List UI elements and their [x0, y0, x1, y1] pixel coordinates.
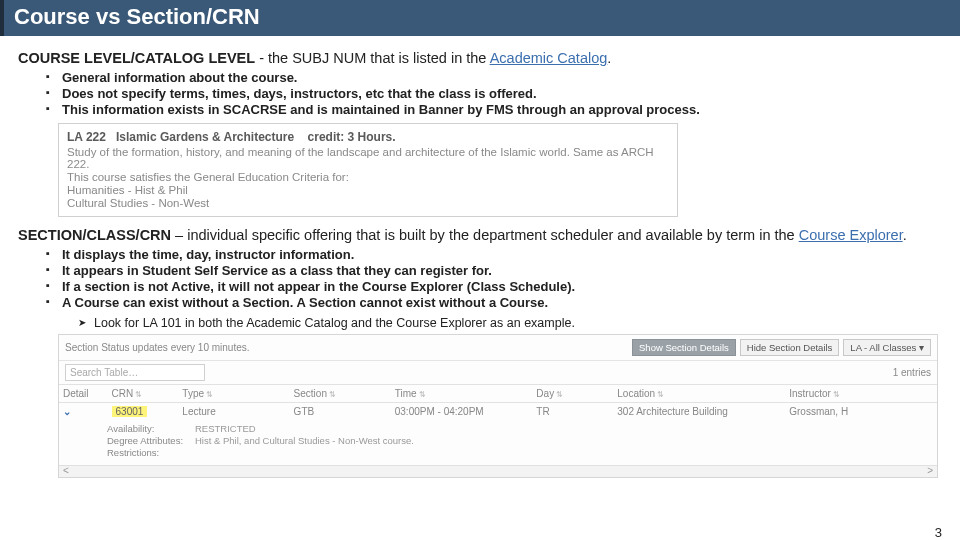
page-number: 3: [935, 525, 942, 540]
list-item: This information exists in SCACRSE and i…: [46, 102, 942, 117]
sort-icon: ⇅: [135, 390, 142, 399]
sort-icon: ⇅: [657, 390, 664, 399]
list-item: Does not specify terms, times, days, ins…: [46, 86, 942, 101]
explorer-status-text: Section Status updates every 10 minutes.: [65, 342, 250, 353]
course-level-lead: COURSE LEVEL/CATALOG LEVEL: [18, 50, 255, 66]
sort-icon: ⇅: [556, 390, 563, 399]
section-level-subnote: Look for LA 101 in both the Academic Cat…: [18, 316, 942, 330]
section-level-bullets: It displays the time, day, instructor in…: [18, 247, 942, 310]
catalog-course-code: LA 222: [67, 130, 106, 144]
sort-icon: ⇅: [329, 390, 336, 399]
time-value: 03:00PM - 04:20PM: [391, 403, 533, 421]
sort-icon: ⇅: [833, 390, 840, 399]
explorer-second-row: Search Table… 1 entries: [59, 361, 937, 384]
location-value: 302 Architecture Building: [613, 403, 785, 421]
table-header-row: Detail CRN⇅ Type⇅ Section⇅ Time⇅ Day⇅ Lo…: [59, 385, 937, 403]
course-explorer-link[interactable]: Course Explorer: [799, 227, 903, 243]
class-filter-dropdown[interactable]: LA - All Classes ▾: [843, 339, 931, 356]
section-level-heading: SECTION/CLASS/CRN – individual specific …: [18, 227, 942, 243]
section-level-trail-prefix: – individual specific offering that is b…: [171, 227, 799, 243]
degree-attr-value: Hist & Phil, and Cultural Studies - Non-…: [195, 435, 414, 446]
type-value: Lecture: [178, 403, 289, 421]
catalog-course-title: LA 222 Islamic Gardens & Architecture cr…: [67, 130, 669, 144]
explorer-top-row: Section Status updates every 10 minutes.…: [59, 335, 937, 361]
list-item: A Course can exist without a Section. A …: [46, 295, 942, 310]
catalog-gened-lead: This course satisfies the General Educat…: [67, 171, 669, 183]
degree-attr-label: Degree Attributes:: [107, 435, 195, 446]
section-level-trail-suffix: .: [903, 227, 907, 243]
availability-label: Availability:: [107, 423, 195, 434]
subnote-item: Look for LA 101 in both the Academic Cat…: [78, 316, 942, 330]
day-value: TR: [532, 403, 613, 421]
hide-section-details-button[interactable]: Hide Section Details: [740, 339, 840, 356]
course-level-heading: COURSE LEVEL/CATALOG LEVEL - the SUBJ NU…: [18, 50, 942, 66]
availability-value: RESTRICTED: [195, 423, 256, 434]
entries-count: 1 entries: [893, 367, 931, 378]
list-item: It displays the time, day, instructor in…: [46, 247, 942, 262]
chevron-down-icon[interactable]: ⌄: [63, 406, 71, 417]
course-level-trail-prefix: - the SUBJ NUM that is listed in the: [255, 50, 490, 66]
col-section[interactable]: Section⇅: [290, 385, 391, 403]
col-day[interactable]: Day⇅: [532, 385, 613, 403]
col-location[interactable]: Location⇅: [613, 385, 785, 403]
col-type[interactable]: Type⇅: [178, 385, 289, 403]
sort-icon: ⇅: [206, 390, 213, 399]
course-level-trail-suffix: .: [607, 50, 611, 66]
expanded-details: Availability:RESTRICTED Degree Attribute…: [59, 420, 937, 465]
search-input[interactable]: Search Table…: [65, 364, 205, 381]
section-level-lead: SECTION/CLASS/CRN: [18, 227, 171, 243]
catalog-course-credit: credit: 3 Hours.: [308, 130, 396, 144]
slide-title: Course vs Section/CRN: [14, 4, 950, 30]
col-crn[interactable]: CRN⇅: [108, 385, 179, 403]
sort-icon: ⇅: [419, 390, 426, 399]
title-bar: Course vs Section/CRN: [0, 0, 960, 36]
restrictions-label: Restrictions:: [107, 447, 195, 458]
list-item: It appears in Student Self Service as a …: [46, 263, 942, 278]
course-explorer-box: Section Status updates every 10 minutes.…: [58, 334, 938, 478]
list-item: If a section is not Active, it will not …: [46, 279, 942, 294]
catalog-example-box: LA 222 Islamic Gardens & Architecture cr…: [58, 123, 678, 217]
col-time[interactable]: Time⇅: [391, 385, 533, 403]
catalog-gened-1: Humanities - Hist & Phil: [67, 184, 669, 196]
horizontal-scrollbar[interactable]: [59, 465, 937, 477]
table-row: ⌄ 63001 Lecture GTB 03:00PM - 04:20PM TR…: [59, 403, 937, 421]
explorer-table: Detail CRN⇅ Type⇅ Section⇅ Time⇅ Day⇅ Lo…: [59, 384, 937, 420]
col-instructor[interactable]: Instructor⇅: [785, 385, 937, 403]
catalog-course-name: Islamic Gardens & Architecture: [116, 130, 294, 144]
academic-catalog-link[interactable]: Academic Catalog: [490, 50, 608, 66]
crn-value[interactable]: 63001: [112, 406, 148, 417]
section-value: GTB: [290, 403, 391, 421]
instructor-value: Grossman, H: [785, 403, 937, 421]
col-detail[interactable]: Detail: [59, 385, 108, 403]
catalog-course-desc: Study of the formation, history, and mea…: [67, 146, 669, 170]
list-item: General information about the course.: [46, 70, 942, 85]
slide-body: COURSE LEVEL/CATALOG LEVEL - the SUBJ NU…: [0, 36, 960, 478]
show-section-details-button[interactable]: Show Section Details: [632, 339, 736, 356]
catalog-gened-2: Cultural Studies - Non-West: [67, 197, 669, 209]
course-level-bullets: General information about the course. Do…: [18, 70, 942, 117]
